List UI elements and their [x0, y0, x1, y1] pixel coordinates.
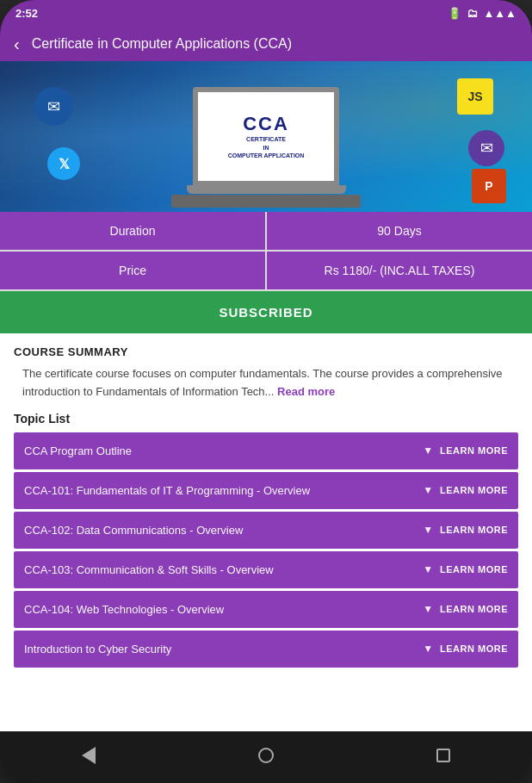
- topic-actions: ▼ LEARN MORE: [423, 484, 508, 496]
- chevron-down-icon: ▼: [423, 643, 433, 655]
- topic-item[interactable]: CCA-101: Fundamentals of IT & Programmin…: [14, 472, 518, 509]
- topic-item[interactable]: CCA-102: Data Communications - Overview …: [14, 512, 518, 549]
- chevron-down-icon: ▼: [423, 484, 433, 496]
- price-value-cell: Rs 1180/- (INC.ALL TAXES): [267, 252, 532, 289]
- laptop-keyboard: [171, 195, 361, 208]
- subscribed-button[interactable]: SUBSCRIBED: [0, 291, 532, 333]
- recents-nav-icon: [436, 749, 450, 762]
- course-banner: ✉ 𝕏 JS ✉ P CCA: [0, 61, 532, 212]
- ppt-icon: P: [472, 169, 506, 203]
- back-nav-button[interactable]: [73, 740, 104, 771]
- topic-actions: ▼ LEARN MORE: [423, 524, 508, 536]
- mail-right-icon: ✉: [468, 130, 504, 166]
- page-title: Certificate in Computer Applications (CC…: [32, 36, 292, 52]
- topic-list: CCA Program Outline ▼ LEARN MORE CCA-101…: [14, 432, 518, 668]
- course-summary-title: COURSE SUMMARY: [14, 345, 518, 358]
- topic-item[interactable]: Introduction to Cyber Security ▼ LEARN M…: [14, 631, 518, 668]
- laptop-graphic: CCA CERTIFICATE IN COMPUTER APPLICATION: [0, 61, 532, 212]
- topic-actions: ▼ LEARN MORE: [423, 563, 508, 575]
- chevron-down-icon: ▼: [423, 524, 433, 536]
- learn-more-label[interactable]: LEARN MORE: [440, 643, 508, 654]
- topic-actions: ▼ LEARN MORE: [423, 603, 508, 615]
- status-bar: 2:52 🔋 🗂 ▲▲▲: [0, 0, 532, 27]
- price-label-cell: Price: [0, 252, 265, 289]
- topic-label: CCA Program Outline: [24, 444, 423, 457]
- javascript-icon: JS: [457, 78, 493, 115]
- topic-actions: ▼ LEARN MORE: [423, 643, 508, 655]
- top-bar: ‹ Certificate in Computer Applications (…: [0, 27, 532, 61]
- status-icons: 🔋 🗂 ▲▲▲: [448, 7, 517, 20]
- topic-item[interactable]: CCA Program Outline ▼ LEARN MORE: [14, 432, 518, 469]
- read-more-link[interactable]: Read more: [277, 385, 335, 398]
- time-display: 2:52: [15, 7, 38, 20]
- cca-subtitle: CERTIFICATE IN COMPUTER APPLICATION: [228, 135, 305, 160]
- laptop-screen: CCA CERTIFICATE IN COMPUTER APPLICATION: [193, 87, 339, 186]
- home-nav-icon: [258, 748, 274, 763]
- course-body: COURSE SUMMARY The certificate course fo…: [0, 333, 532, 731]
- battery-icon: 🔋: [448, 7, 461, 20]
- learn-more-label[interactable]: LEARN MORE: [440, 445, 508, 456]
- recents-nav-button[interactable]: [428, 740, 459, 771]
- topic-label: Introduction to Cyber Security: [24, 643, 423, 656]
- topic-list-title: Topic List: [14, 412, 518, 426]
- home-nav-button[interactable]: [251, 740, 281, 771]
- learn-more-label[interactable]: LEARN MORE: [440, 525, 508, 535]
- learn-more-label[interactable]: LEARN MORE: [440, 564, 508, 575]
- topic-label: CCA-102: Data Communications - Overview: [24, 524, 423, 537]
- info-grid: Duration 90 Days Price Rs 1180/- (INC.AL…: [0, 212, 532, 291]
- back-button[interactable]: ‹: [14, 35, 20, 53]
- duration-label-cell: Duration: [0, 212, 265, 250]
- chevron-down-icon: ▼: [423, 603, 433, 615]
- duration-value-cell: 90 Days: [267, 212, 532, 250]
- twitter-icon: 𝕏: [47, 147, 80, 180]
- chevron-down-icon: ▼: [423, 563, 433, 575]
- nav-bar: [0, 731, 532, 783]
- screen-content: ✉ 𝕏 JS ✉ P CCA: [0, 61, 532, 731]
- topic-actions: ▼ LEARN MORE: [423, 444, 508, 457]
- laptop-base: [187, 185, 346, 194]
- mail-left-icon: ✉: [34, 87, 73, 126]
- chevron-down-icon: ▼: [423, 444, 433, 457]
- topic-item[interactable]: CCA-103: Communication & Soft Skills - O…: [14, 551, 518, 588]
- learn-more-label[interactable]: LEARN MORE: [440, 604, 508, 614]
- cca-big-text: CCA: [243, 113, 289, 135]
- wifi-icon: ▲▲▲: [483, 7, 517, 20]
- topic-label: CCA-104: Web Technologies - Overview: [24, 603, 423, 616]
- sd-icon: 🗂: [467, 7, 478, 20]
- topic-label: CCA-103: Communication & Soft Skills - O…: [24, 563, 423, 576]
- learn-more-label[interactable]: LEARN MORE: [440, 485, 508, 495]
- course-summary-text: The certificate course focuses on comput…: [14, 365, 518, 401]
- topic-item[interactable]: CCA-104: Web Technologies - Overview ▼ L…: [14, 591, 518, 628]
- back-nav-icon: [82, 747, 96, 764]
- topic-label: CCA-101: Fundamentals of IT & Programmin…: [24, 484, 423, 497]
